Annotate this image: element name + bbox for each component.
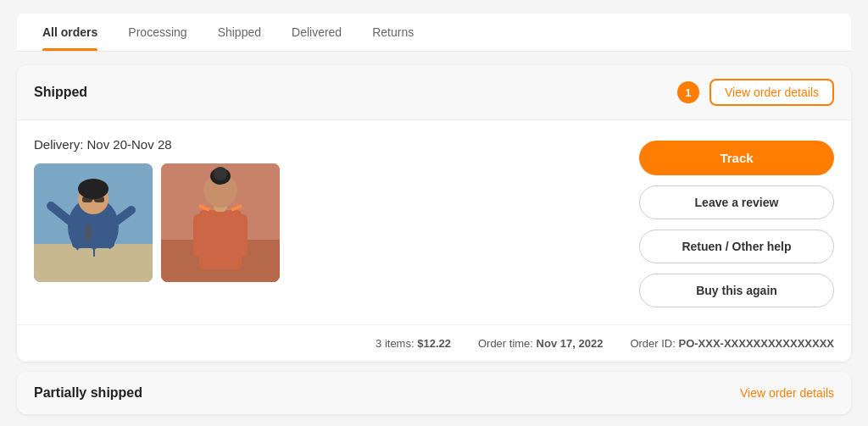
svg-rect-3 xyxy=(72,210,114,248)
tab-shipped[interactable]: Shipped xyxy=(203,14,276,51)
tab-all-orders[interactable]: All orders xyxy=(27,14,113,51)
leave-review-button[interactable]: Leave a review xyxy=(639,185,834,219)
card-footer: 3 items: $12.22 Order time: Nov 17, 2022… xyxy=(17,324,851,362)
svg-rect-12 xyxy=(95,248,110,278)
order-time: Order time: Nov 17, 2022 xyxy=(478,337,603,350)
tab-returns[interactable]: Returns xyxy=(357,14,429,51)
view-order-details-button[interactable]: View order details xyxy=(709,79,834,106)
card-header-right: 1 View order details xyxy=(677,79,834,106)
card-header: Shipped 1 View order details xyxy=(17,65,851,120)
svg-rect-10 xyxy=(85,224,92,241)
items-count: 3 items: $12.22 xyxy=(376,337,451,350)
tab-delivered[interactable]: Delivered xyxy=(276,14,357,51)
svg-point-13 xyxy=(78,179,108,199)
order-status-label: Shipped xyxy=(34,85,87,100)
card-body: Delivery: Nov 20-Nov 28 xyxy=(17,120,851,324)
partial-card-header: Partially shipped View order details xyxy=(17,372,851,414)
notification-badge: 1 xyxy=(677,81,699,103)
view-partial-order-button[interactable]: View order details xyxy=(740,386,834,400)
delivery-date-text: Delivery: Nov 20-Nov 28 xyxy=(34,137,622,152)
order-id: Order ID: PO-XXX-XXXXXXXXXXXXXXX xyxy=(630,337,834,350)
product-image-2[interactable] xyxy=(161,163,280,282)
product-images-row xyxy=(34,163,622,282)
card-left-section: Delivery: Nov 20-Nov 28 xyxy=(34,137,622,282)
partial-status-label: Partially shipped xyxy=(34,385,142,401)
page-container: All orders Processing Shipped Delivered … xyxy=(0,0,868,426)
svg-point-21 xyxy=(214,167,227,180)
return-help-button[interactable]: Retuen / Other help xyxy=(639,230,834,263)
track-button[interactable]: Track xyxy=(639,141,834,175)
svg-rect-17 xyxy=(199,210,242,269)
order-card-partially-shipped: Partially shipped View order details xyxy=(17,372,851,414)
svg-rect-23 xyxy=(237,214,248,257)
card-action-buttons: Track Leave a review Retuen / Other help… xyxy=(639,137,834,307)
order-card-shipped: Shipped 1 View order details Delivery: N… xyxy=(17,65,851,362)
svg-rect-11 xyxy=(78,248,93,278)
tab-processing[interactable]: Processing xyxy=(113,14,202,51)
tabs-bar: All orders Processing Shipped Delivered … xyxy=(17,14,851,52)
product-image-1[interactable] xyxy=(34,163,153,282)
svg-rect-22 xyxy=(193,214,203,257)
buy-again-button[interactable]: Buy this again xyxy=(639,274,834,307)
